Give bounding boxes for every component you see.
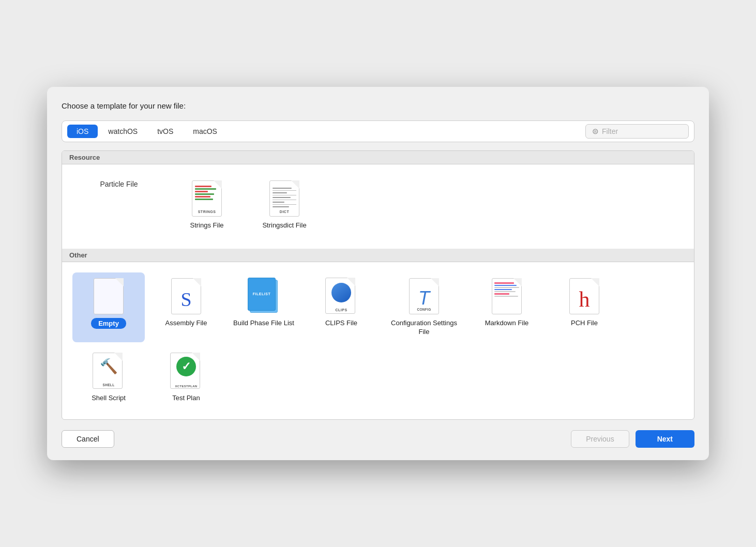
filter-box[interactable]: ⊜ Filter: [585, 124, 689, 139]
list-item[interactable]: DICT Stringsdict File: [248, 175, 321, 236]
config-file-label: Configuration Settings File: [387, 319, 461, 337]
resource-items: Particle File: [62, 164, 694, 249]
buildphase-file-icon-wrap: FILELIST: [245, 278, 282, 315]
clips-file-icon-wrap: CLIPS: [323, 278, 360, 315]
filter-placeholder: Filter: [602, 127, 618, 135]
buildphase-file-icon: FILELIST: [248, 278, 280, 315]
assembly-file-icon-wrap: S: [168, 278, 205, 315]
dialog-title: Choose a template for your new file:: [62, 101, 694, 110]
list-item[interactable]: Empty: [72, 272, 145, 343]
markdown-file-icon: [492, 278, 522, 314]
pch-file-icon-wrap: h: [566, 278, 603, 315]
strings-file-icon: STRINGS: [192, 180, 222, 217]
strings-file-icon-wrap: STRINGS: [188, 180, 225, 217]
particle-file-label: Particle File: [77, 180, 161, 190]
shell-file-label: Shell Script: [92, 394, 126, 403]
section-resource: Resource: [62, 151, 694, 164]
list-item[interactable]: h PCH File: [548, 272, 621, 343]
shell-file-icon: 🔨 SHELL: [93, 353, 125, 390]
markdown-file-icon-wrap: [488, 278, 525, 315]
list-item[interactable]: STRINGS Strings File: [171, 175, 243, 236]
strings-file-label: Strings File: [190, 221, 223, 230]
list-item[interactable]: CLIPS CLIPS File: [305, 272, 377, 343]
empty-file-icon-wrap: [90, 278, 127, 315]
testplan-file-icon: ✓ XCTESTPLAN: [170, 353, 202, 390]
new-file-dialog: Choose a template for your new file: iOS…: [47, 87, 709, 461]
list-item[interactable]: ✓ XCTESTPLAN Test Plan: [150, 347, 222, 409]
config-file-icon-wrap: T CONFIG: [405, 278, 443, 315]
cancel-button[interactable]: Cancel: [62, 430, 114, 448]
empty-file-icon: [94, 278, 124, 314]
previous-button: Previous: [571, 430, 629, 448]
list-item[interactable]: 🔨 SHELL Shell Script: [72, 347, 145, 409]
clips-file-label: CLIPS File: [325, 319, 357, 328]
list-item[interactable]: T CONFIG Configuration Settings File: [383, 272, 465, 343]
tab-buttons: iOS watchOS tvOS macOS: [67, 125, 585, 138]
assembly-file-icon: S: [171, 278, 201, 314]
markdown-file-label: Markdown File: [485, 319, 529, 328]
config-file-icon: T CONFIG: [409, 278, 439, 314]
tab-ios[interactable]: iOS: [67, 125, 98, 138]
section-other: Other: [62, 249, 694, 262]
filter-icon: ⊜: [592, 127, 599, 136]
right-buttons: Previous Next: [571, 430, 694, 448]
next-button[interactable]: Next: [636, 430, 694, 448]
pch-file-icon: h: [569, 278, 599, 314]
tab-macos[interactable]: macOS: [184, 125, 226, 138]
content-area: Resource Particle File: [62, 150, 694, 420]
stringsdict-file-icon-wrap: DICT: [266, 180, 303, 217]
testplan-file-icon-wrap: ✓ XCTESTPLAN: [168, 353, 205, 390]
list-item[interactable]: S Assembly File: [150, 272, 222, 343]
stringsdict-file-icon: DICT: [269, 180, 299, 217]
list-item[interactable]: FILELIST Build Phase File List: [228, 272, 300, 343]
tab-bar: iOS watchOS tvOS macOS ⊜ Filter: [62, 120, 694, 142]
empty-file-badge: Empty: [91, 318, 126, 329]
stringsdict-file-label: Stringsdict File: [262, 221, 306, 230]
list-item[interactable]: Markdown File: [471, 272, 543, 343]
other-items: Empty S Assembly File: [62, 262, 694, 420]
tab-tvos[interactable]: tvOS: [148, 125, 183, 138]
pch-file-label: PCH File: [571, 319, 598, 328]
testplan-file-label: Test Plan: [172, 394, 200, 403]
bottom-bar: Cancel Previous Next: [62, 428, 694, 448]
clips-file-icon: CLIPS: [325, 278, 357, 315]
tab-watchos[interactable]: watchOS: [99, 125, 147, 138]
shell-file-icon-wrap: 🔨 SHELL: [90, 353, 127, 390]
list-item[interactable]: Particle File: [72, 175, 165, 236]
buildphase-file-label: Build Phase File List: [233, 319, 294, 328]
assembly-file-label: Assembly File: [165, 319, 207, 328]
